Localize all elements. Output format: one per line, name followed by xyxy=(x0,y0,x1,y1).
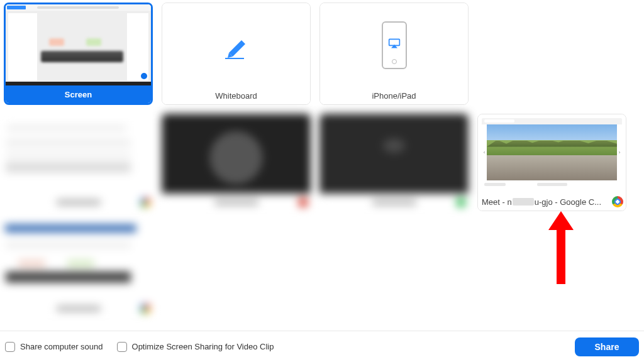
tile-whiteboard[interactable]: Whiteboard xyxy=(162,3,311,105)
airplay-icon xyxy=(388,38,401,49)
tile-iphone-label: iPhone/iPad xyxy=(320,87,468,104)
share-source-grid: Screen Whiteboard iPhone/iPad xyxy=(0,0,644,317)
checkbox-share-sound-label: Share computer sound xyxy=(20,342,103,351)
tile-screen-label: Screen xyxy=(6,85,151,103)
tile-screen-thumb xyxy=(6,4,151,85)
chrome-icon xyxy=(612,196,623,207)
svg-rect-0 xyxy=(225,58,244,59)
tile-whiteboard-label: Whiteboard xyxy=(162,87,310,104)
tile-whiteboard-thumb xyxy=(162,3,310,87)
tile-blurred-app-3[interactable] xyxy=(319,114,469,211)
footer-bar: Share computer sound Optimize Screen Sha… xyxy=(0,331,644,362)
tile-screen[interactable]: Screen xyxy=(4,3,153,105)
share-button[interactable]: Share xyxy=(575,337,639,356)
checkbox-optimize-video[interactable]: Optimize Screen Sharing for Video Clip xyxy=(117,342,274,352)
pen-icon xyxy=(216,30,257,60)
tile-iphone-thumb xyxy=(320,3,468,87)
checkbox-optimize-video-label: Optimize Screen Sharing for Video Clip xyxy=(132,342,274,351)
tile-iphone-ipad[interactable]: iPhone/iPad xyxy=(319,3,469,105)
tile-google-meet-chrome[interactable]: ‹ › Meet - nu-gjo - Google C... xyxy=(477,114,626,211)
phone-outline-icon xyxy=(382,21,407,69)
checkbox-share-sound[interactable]: Share computer sound xyxy=(5,342,103,352)
tile-meet-label: Meet - nu-gjo - Google C... xyxy=(478,193,626,211)
checkbox-icon xyxy=(5,342,15,352)
tile-blurred-app-4[interactable] xyxy=(4,220,153,317)
checkbox-icon xyxy=(117,342,127,352)
redacted-text xyxy=(513,198,534,206)
tile-blurred-app-1[interactable] xyxy=(4,114,153,211)
tile-blurred-app-2[interactable] xyxy=(162,114,311,211)
tile-meet-thumb: ‹ › xyxy=(478,114,626,193)
